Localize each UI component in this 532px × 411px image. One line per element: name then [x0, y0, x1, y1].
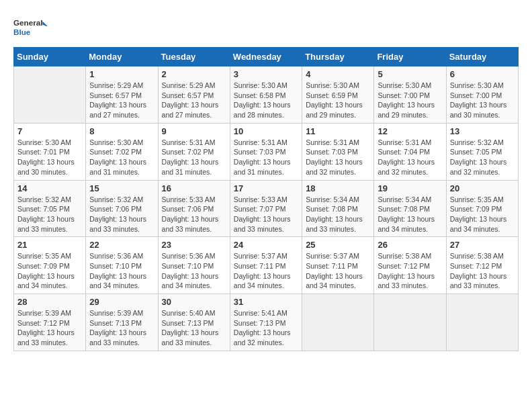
day-cell: 13Sunrise: 5:32 AM Sunset: 7:05 PM Dayli…: [446, 123, 518, 180]
day-cell: 20Sunrise: 5:35 AM Sunset: 7:09 PM Dayli…: [446, 180, 518, 237]
day-info: Sunrise: 5:32 AM Sunset: 7:05 PM Dayligh…: [450, 138, 515, 177]
header-cell-thursday: Thursday: [302, 48, 374, 66]
day-cell: 5Sunrise: 5:30 AM Sunset: 7:00 PM Daylig…: [374, 66, 446, 124]
day-info: Sunrise: 5:35 AM Sunset: 7:09 PM Dayligh…: [450, 195, 515, 234]
day-number: 31: [234, 297, 298, 307]
day-number: 8: [89, 126, 154, 136]
day-cell: 29Sunrise: 5:39 AM Sunset: 7:13 PM Dayli…: [86, 294, 158, 351]
day-cell: 16Sunrise: 5:33 AM Sunset: 7:06 PM Dayli…: [158, 180, 230, 237]
day-number: 19: [378, 183, 442, 193]
day-number: 17: [234, 183, 298, 193]
page-header: General Blue: [13, 13, 519, 40]
day-info: Sunrise: 5:31 AM Sunset: 7:02 PM Dayligh…: [162, 138, 226, 177]
header-row: SundayMondayTuesdayWednesdayThursdayFrid…: [14, 48, 519, 66]
day-number: 3: [234, 69, 298, 79]
day-info: Sunrise: 5:30 AM Sunset: 7:01 PM Dayligh…: [17, 138, 82, 177]
day-cell: 25Sunrise: 5:37 AM Sunset: 7:11 PM Dayli…: [302, 237, 374, 294]
week-row-4: 28Sunrise: 5:39 AM Sunset: 7:12 PM Dayli…: [14, 294, 519, 351]
week-row-2: 14Sunrise: 5:32 AM Sunset: 7:05 PM Dayli…: [14, 180, 519, 237]
day-info: Sunrise: 5:30 AM Sunset: 7:02 PM Dayligh…: [89, 138, 154, 177]
day-cell: 24Sunrise: 5:37 AM Sunset: 7:11 PM Dayli…: [230, 237, 302, 294]
day-cell: 21Sunrise: 5:35 AM Sunset: 7:09 PM Dayli…: [14, 237, 86, 294]
day-number: 23: [162, 240, 226, 250]
day-cell: 6Sunrise: 5:30 AM Sunset: 7:00 PM Daylig…: [446, 66, 518, 124]
day-number: 14: [17, 183, 82, 193]
day-cell: 7Sunrise: 5:30 AM Sunset: 7:01 PM Daylig…: [14, 123, 86, 180]
day-number: 21: [17, 240, 82, 250]
day-number: 15: [89, 183, 154, 193]
week-row-3: 21Sunrise: 5:35 AM Sunset: 7:09 PM Dayli…: [14, 237, 519, 294]
day-cell: 9Sunrise: 5:31 AM Sunset: 7:02 PM Daylig…: [158, 123, 230, 180]
day-cell: 1Sunrise: 5:29 AM Sunset: 6:57 PM Daylig…: [86, 66, 158, 124]
day-cell: 23Sunrise: 5:36 AM Sunset: 7:10 PM Dayli…: [158, 237, 230, 294]
day-info: Sunrise: 5:33 AM Sunset: 7:06 PM Dayligh…: [162, 195, 226, 234]
svg-marker-2: [42, 21, 47, 27]
day-cell: 15Sunrise: 5:32 AM Sunset: 7:06 PM Dayli…: [86, 180, 158, 237]
logo-svg: General Blue: [13, 13, 47, 40]
day-info: Sunrise: 5:37 AM Sunset: 7:11 PM Dayligh…: [306, 251, 370, 291]
calendar-header: SundayMondayTuesdayWednesdayThursdayFrid…: [14, 48, 519, 66]
day-info: Sunrise: 5:32 AM Sunset: 7:06 PM Dayligh…: [89, 195, 154, 234]
calendar-body: 1Sunrise: 5:29 AM Sunset: 6:57 PM Daylig…: [14, 66, 519, 351]
day-cell: 28Sunrise: 5:39 AM Sunset: 7:12 PM Dayli…: [14, 294, 86, 351]
day-number: 11: [306, 126, 370, 136]
day-number: 6: [450, 69, 515, 79]
day-info: Sunrise: 5:37 AM Sunset: 7:11 PM Dayligh…: [234, 251, 298, 291]
header-cell-monday: Monday: [86, 48, 158, 66]
calendar-table: SundayMondayTuesdayWednesdayThursdayFrid…: [13, 47, 519, 351]
day-cell: 12Sunrise: 5:31 AM Sunset: 7:04 PM Dayli…: [374, 123, 446, 180]
day-cell: 31Sunrise: 5:41 AM Sunset: 7:13 PM Dayli…: [230, 294, 302, 351]
header-cell-friday: Friday: [374, 48, 446, 66]
day-number: 2: [162, 69, 226, 79]
day-cell: 18Sunrise: 5:34 AM Sunset: 7:08 PM Dayli…: [302, 180, 374, 237]
logo: General Blue: [13, 13, 47, 40]
day-cell: 17Sunrise: 5:33 AM Sunset: 7:07 PM Dayli…: [230, 180, 302, 237]
day-number: 30: [162, 297, 226, 307]
day-number: 1: [89, 69, 154, 79]
day-info: Sunrise: 5:29 AM Sunset: 6:57 PM Dayligh…: [89, 81, 154, 120]
day-cell: 2Sunrise: 5:29 AM Sunset: 6:57 PM Daylig…: [158, 66, 230, 124]
day-info: Sunrise: 5:41 AM Sunset: 7:13 PM Dayligh…: [234, 308, 298, 348]
day-info: Sunrise: 5:36 AM Sunset: 7:10 PM Dayligh…: [89, 251, 154, 291]
day-number: 16: [162, 183, 226, 193]
day-info: Sunrise: 5:34 AM Sunset: 7:08 PM Dayligh…: [306, 195, 370, 234]
day-number: 26: [378, 240, 442, 250]
day-number: 24: [234, 240, 298, 250]
day-cell: [374, 294, 446, 351]
day-cell: 30Sunrise: 5:40 AM Sunset: 7:13 PM Dayli…: [158, 294, 230, 351]
day-number: 28: [17, 297, 82, 307]
day-cell: 11Sunrise: 5:31 AM Sunset: 7:03 PM Dayli…: [302, 123, 374, 180]
day-info: Sunrise: 5:29 AM Sunset: 6:57 PM Dayligh…: [162, 81, 226, 120]
day-info: Sunrise: 5:30 AM Sunset: 7:00 PM Dayligh…: [378, 81, 442, 120]
day-number: 25: [306, 240, 370, 250]
day-number: 9: [162, 126, 226, 136]
day-info: Sunrise: 5:35 AM Sunset: 7:09 PM Dayligh…: [17, 251, 82, 291]
day-cell: 4Sunrise: 5:30 AM Sunset: 6:59 PM Daylig…: [302, 66, 374, 124]
header-cell-wednesday: Wednesday: [230, 48, 302, 66]
day-info: Sunrise: 5:30 AM Sunset: 6:58 PM Dayligh…: [234, 81, 298, 120]
day-cell: 27Sunrise: 5:38 AM Sunset: 7:12 PM Dayli…: [446, 237, 518, 294]
day-cell: 3Sunrise: 5:30 AM Sunset: 6:58 PM Daylig…: [230, 66, 302, 124]
day-number: 4: [306, 69, 370, 79]
day-cell: 19Sunrise: 5:34 AM Sunset: 7:08 PM Dayli…: [374, 180, 446, 237]
day-info: Sunrise: 5:40 AM Sunset: 7:13 PM Dayligh…: [162, 308, 226, 348]
day-number: 5: [378, 69, 442, 79]
day-number: 20: [450, 183, 515, 193]
day-number: 27: [450, 240, 515, 250]
day-cell: 26Sunrise: 5:38 AM Sunset: 7:12 PM Dayli…: [374, 237, 446, 294]
header-cell-saturday: Saturday: [446, 48, 518, 66]
day-info: Sunrise: 5:30 AM Sunset: 6:59 PM Dayligh…: [306, 81, 370, 120]
day-info: Sunrise: 5:31 AM Sunset: 7:03 PM Dayligh…: [234, 138, 298, 177]
day-cell: [302, 294, 374, 351]
header-cell-sunday: Sunday: [14, 48, 86, 66]
day-info: Sunrise: 5:39 AM Sunset: 7:12 PM Dayligh…: [17, 308, 82, 348]
svg-text:General: General: [13, 18, 42, 27]
day-cell: [446, 294, 518, 351]
svg-text:Blue: Blue: [13, 28, 31, 36]
day-info: Sunrise: 5:38 AM Sunset: 7:12 PM Dayligh…: [450, 251, 515, 291]
day-cell: 22Sunrise: 5:36 AM Sunset: 7:10 PM Dayli…: [86, 237, 158, 294]
header-cell-tuesday: Tuesday: [158, 48, 230, 66]
week-row-1: 7Sunrise: 5:30 AM Sunset: 7:01 PM Daylig…: [14, 123, 519, 180]
day-cell: 10Sunrise: 5:31 AM Sunset: 7:03 PM Dayli…: [230, 123, 302, 180]
day-number: 12: [378, 126, 442, 136]
